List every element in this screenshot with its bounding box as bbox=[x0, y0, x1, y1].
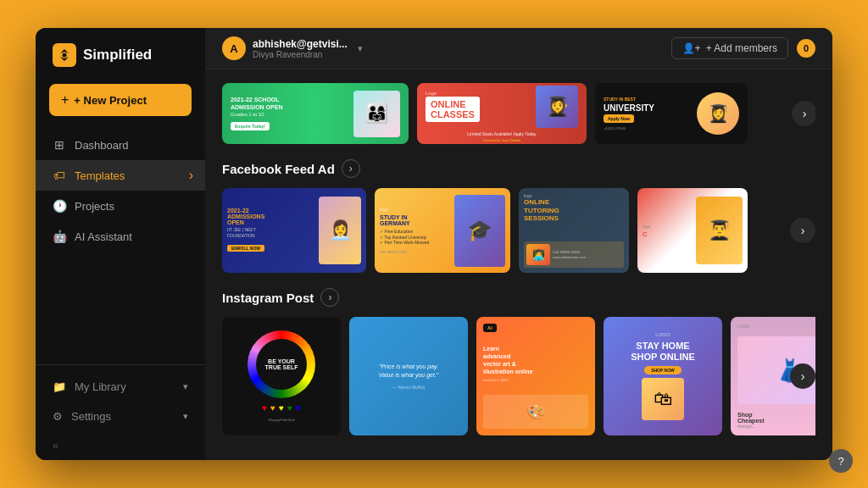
template-card-fb-tutoring[interactable]: logo ONLINETUTORINGSESSIONS 👩‍💻 Call: 98… bbox=[519, 188, 629, 273]
library-icon: 📁 bbox=[53, 380, 66, 393]
template-card-online-classes[interactable]: Logo ONLINECLASSES 👩‍🎓 Limited Seats Ava… bbox=[417, 83, 587, 144]
sidebar: Simplified + + New Project ⊞ Dashboard 🏷… bbox=[36, 28, 205, 460]
sidebar-item-templates[interactable]: 🏷 Templates bbox=[36, 160, 205, 191]
sidebar-item-templates-label: Templates bbox=[75, 169, 125, 182]
template-card-ig-ai[interactable]: Ai Learnadvancedvector art &illustration… bbox=[476, 317, 595, 435]
sidebar-section-bottom: 📁 My Library ▾ ⚙ Settings ▾ bbox=[36, 364, 205, 431]
user-details: abhishek@getvisi... Divya Raveendran bbox=[253, 38, 348, 59]
avatar: A bbox=[222, 36, 246, 60]
sidebar-item-ai-assistant[interactable]: 🤖 AI Assistant bbox=[36, 221, 205, 252]
sidebar-item-settings[interactable]: ⚙ Settings ▾ bbox=[36, 402, 205, 431]
banner-row: 2021-22 SCHOOLADMISSION OPENGrades 1 to … bbox=[222, 83, 815, 144]
new-project-button[interactable]: + + New Project bbox=[49, 84, 192, 116]
projects-icon: 🕐 bbox=[53, 199, 66, 213]
instagram-post-arrow-button[interactable]: › bbox=[320, 288, 339, 307]
svg-point-0 bbox=[63, 53, 67, 58]
banner-scroll-right-button[interactable]: › bbox=[792, 101, 815, 126]
templates-icon: 🏷 bbox=[53, 169, 66, 182]
sidebar-logo: Simplified bbox=[36, 28, 205, 80]
dashboard-icon: ⊞ bbox=[53, 138, 66, 152]
template-card-ig-quote[interactable]: "Price is what you pay.Value is what you… bbox=[349, 317, 468, 435]
sidebar-item-dashboard[interactable]: ⊞ Dashboard bbox=[36, 130, 205, 160]
user-info[interactable]: A abhishek@getvisi... Divya Raveendran ▾ bbox=[222, 36, 363, 60]
sidebar-item-dashboard-label: Dashboard bbox=[75, 139, 129, 152]
sidebar-item-projects-label: Projects bbox=[75, 200, 114, 213]
user-sub: Divya Raveendran bbox=[253, 50, 348, 59]
template-card-ig-rainbow[interactable]: BE YOURTRUE SELF ♥ ♥ ♥ ♥ ♥ #HappyPrideTa… bbox=[222, 317, 341, 435]
logo-text: Simplified bbox=[83, 47, 152, 64]
new-project-label: + New Project bbox=[74, 94, 147, 107]
add-members-label: + Add members bbox=[706, 42, 777, 54]
template-card-fb-admissions[interactable]: 2021-22ADMISSIONSOPEN IIT JEE | NEETFOUN… bbox=[222, 188, 366, 273]
template-card-university[interactable]: STUDY IN BEST UNIVERSITY Apply Now +44(2… bbox=[595, 83, 748, 144]
template-card-fb-institute[interactable]: logo C 👨‍🎓 bbox=[637, 188, 748, 273]
sidebar-collapse-button[interactable]: « bbox=[36, 431, 205, 460]
main-content: A abhishek@getvisi... Divya Raveendran ▾… bbox=[205, 28, 832, 460]
settings-label: Settings bbox=[71, 410, 111, 423]
app-window: Simplified + + New Project ⊞ Dashboard 🏷… bbox=[36, 28, 832, 460]
sidebar-item-my-library[interactable]: 📁 My Library ▾ bbox=[36, 372, 205, 402]
add-members-button[interactable]: 👤+ + Add members bbox=[671, 37, 788, 59]
facebook-feed-title: Facebook Feed Ad bbox=[222, 162, 335, 176]
chevron-down-icon-settings: ▾ bbox=[183, 411, 188, 422]
template-card-school-green[interactable]: 2021-22 SCHOOLADMISSION OPENGrades 1 to … bbox=[222, 83, 409, 144]
facebook-feed-arrow-button[interactable]: › bbox=[342, 159, 360, 178]
my-library-label: My Library bbox=[75, 380, 126, 393]
instagram-post-scroll-right-button[interactable]: › bbox=[790, 363, 815, 389]
plus-icon: + bbox=[61, 92, 69, 108]
topbar-actions: 👤+ + Add members 0 bbox=[671, 37, 815, 59]
collapse-icon: « bbox=[53, 440, 58, 452]
notification-badge[interactable]: 0 bbox=[797, 39, 815, 58]
instagram-post-header: Instagram Post › bbox=[222, 288, 815, 307]
settings-icon: ⚙ bbox=[53, 410, 63, 423]
content-area: 2021-22 SCHOOLADMISSION OPENGrades 1 to … bbox=[205, 69, 832, 460]
topbar: A abhishek@getvisi... Divya Raveendran ▾… bbox=[205, 28, 832, 69]
facebook-feed-header: Facebook Feed Ad › bbox=[222, 159, 815, 178]
person-plus-icon: 👤+ bbox=[682, 42, 701, 54]
chevron-user-icon: ▾ bbox=[358, 43, 363, 54]
user-name: abhishek@getvisi... bbox=[253, 38, 348, 50]
template-card-fb-germany[interactable]: logo STUDY INGERMANY ✓ Free Education✓ T… bbox=[375, 188, 510, 273]
instagram-post-row: BE YOURTRUE SELF ♥ ♥ ♥ ♥ ♥ #HappyPrideTa… bbox=[222, 317, 815, 435]
facebook-feed-row: 2021-22ADMISSIONSOPEN IIT JEE | NEETFOUN… bbox=[222, 188, 815, 273]
ai-icon: 🤖 bbox=[53, 230, 66, 243]
sidebar-item-ai-label: AI Assistant bbox=[75, 230, 132, 243]
sidebar-item-projects[interactable]: 🕐 Projects bbox=[36, 191, 205, 221]
logo-icon bbox=[53, 43, 76, 67]
template-card-ig-shop[interactable]: LOGO STAY HOMESHOP ONLINE SHOP NOW 🛍 bbox=[604, 317, 722, 435]
instagram-post-title: Instagram Post bbox=[222, 291, 314, 305]
chevron-down-icon: ▾ bbox=[183, 381, 188, 392]
facebook-feed-scroll-right-button[interactable]: › bbox=[790, 218, 815, 243]
